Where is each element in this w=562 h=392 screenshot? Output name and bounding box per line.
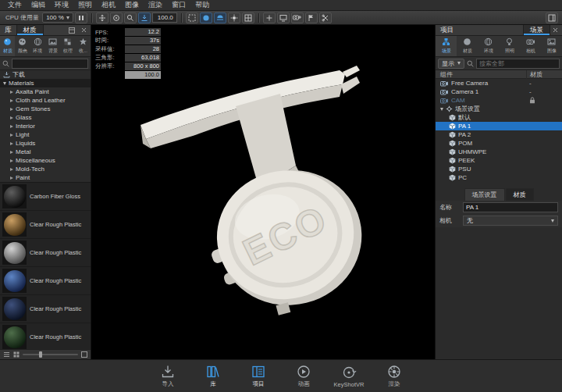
scene-item-scene-settings[interactable]: 场景设置 [436,105,562,113]
library-header-tab-materials[interactable]: 材质 [16,25,44,35]
chevron-right-icon[interactable] [10,142,13,145]
project-tab-scene[interactable]: 场景 [436,36,457,56]
chevron-right-icon[interactable] [10,134,13,137]
dock-animation[interactable]: 动画 [284,364,323,388]
tab-material-props[interactable]: 材质 [506,188,534,201]
model-set-default[interactable]: 默认 [436,113,562,122]
display-filter-button[interactable]: 显示 [438,59,464,69]
pan-button[interactable] [96,12,108,23]
menu-help[interactable]: 帮助 [190,0,214,10]
add-geometry-button[interactable] [263,12,276,23]
tab-scene-settings[interactable]: 场景设置 [464,188,505,201]
chevron-right-icon[interactable] [10,99,13,102]
cut-plane-button[interactable] [319,12,332,23]
library-tree-item[interactable]: Paint [0,173,91,182]
view-presets-button[interactable] [277,12,290,23]
material-item[interactable]: Carbon Fiber Gloss [0,183,91,211]
library-tree-materials-root[interactable]: Materials [0,79,91,87]
menu-window[interactable]: 窗口 [167,0,190,10]
library-search-input[interactable] [12,59,88,69]
material-item[interactable]: Clear Rough Plastic [0,323,91,349]
chevron-right-icon[interactable] [10,108,13,111]
menu-environment[interactable]: 环境 [50,0,73,10]
slider-handle[interactable] [39,351,42,358]
menu-image[interactable]: 图像 [120,0,144,10]
library-tab-textures[interactable]: 纹理 [60,36,75,56]
chevron-right-icon[interactable] [10,159,13,162]
zoom-button[interactable] [124,12,137,23]
library-tree-item[interactable]: Metal [0,148,91,156]
material-item[interactable]: Clear Rough Plastic [0,211,91,239]
scene-item-cam-locked[interactable]: CAM [436,96,562,105]
material-item[interactable]: Clear Rough Plastic [0,267,91,295]
dock-render[interactable]: 渲染 [375,364,414,388]
environment-toggle-1[interactable] [200,12,212,23]
menu-edit[interactable]: 编辑 [27,0,50,10]
menu-render[interactable]: 渲染 [144,0,167,10]
screenshot-save-button[interactable] [138,12,151,23]
panel-layout-button[interactable] [546,12,558,23]
project-search-input[interactable] [476,59,560,69]
model-set-pa2[interactable]: PA 2 [436,130,562,139]
scene-item-camera-1[interactable]: Camera 1 - [436,87,562,96]
library-tree-item[interactable]: Cloth and Leather [0,96,91,105]
project-tab-environment[interactable]: 环境 [478,36,499,56]
library-tree-item[interactable]: Miscellaneous [0,156,91,165]
library-tab-backplates[interactable]: 背景 [45,36,60,56]
library-tab-environments[interactable]: 环境 [30,36,45,56]
library-tree-item[interactable]: Liquids [0,139,91,148]
project-header-tab-scene[interactable]: 场景 [523,25,550,35]
realtime-viewport[interactable]: FPS:12.2 时间:37s 采样值:28 三角形:63,018 分辨率:80… [91,25,435,359]
project-tab-camera[interactable]: 相机 [520,36,541,56]
menu-lighting[interactable]: 照明 [73,0,97,10]
model-set-psu[interactable]: PSU [436,165,562,173]
chevron-right-icon[interactable] [10,116,13,119]
chevron-right-icon[interactable] [10,91,13,94]
library-tree-item[interactable]: Axalta Paint [0,87,91,96]
project-tab-lighting[interactable]: 照明 [499,36,520,56]
thumbnail-view-icon[interactable] [13,351,20,358]
list-view-icon[interactable] [3,351,10,358]
camera-select[interactable]: 无 [463,216,558,226]
library-tree-item[interactable]: Interior [0,122,91,130]
dock-keyshotvr[interactable]: KeyShotVR [329,365,368,388]
model-set-peek[interactable]: PEEK [436,156,562,165]
model-set-pc[interactable]: PC [436,173,562,182]
chevron-down-icon[interactable] [440,108,443,111]
chevron-right-icon[interactable] [10,168,13,171]
grid-size-icon[interactable] [81,351,87,358]
library-tab-colors[interactable]: 颜色 [15,36,30,56]
pause-button[interactable] [75,12,87,23]
chevron-right-icon[interactable] [10,151,13,154]
library-tree-item[interactable]: Light [0,130,91,139]
add-camera-button[interactable] [291,12,304,23]
chevron-right-icon[interactable] [10,176,13,180]
brightness-field[interactable]: 100.0 [152,12,177,23]
cpu-usage-dropdown[interactable]: 100 % [42,12,73,23]
dock-panel-icon[interactable] [67,26,76,35]
library-tab-favorites[interactable]: 收... [76,36,91,56]
flag-button[interactable] [305,12,318,23]
library-tree-item[interactable]: Gem Stones [0,105,91,113]
orbit-button[interactable] [110,12,123,23]
region-render-button[interactable] [186,12,198,23]
material-item[interactable]: Clear Rough Plastic [0,239,91,267]
dock-project[interactable]: 项目 [239,364,278,388]
library-tree-item[interactable]: Mold-Tech [0,165,91,173]
project-tab-image[interactable]: 图像 [541,36,562,56]
close-icon[interactable] [550,26,560,35]
thumbnail-size-slider[interactable] [23,354,78,355]
dock-library[interactable]: 库 [194,364,233,388]
library-tree-item[interactable]: Glass [0,113,91,122]
menu-camera[interactable]: 相机 [97,0,120,10]
project-tab-material[interactable]: 材质 [457,36,478,56]
sun-sky-button[interactable] [228,12,240,23]
dock-import[interactable]: 导入 [148,364,187,388]
chevron-down-icon[interactable] [3,82,6,85]
material-item[interactable]: Clear Rough Plastic [0,295,91,323]
model-set-pa1-selected[interactable]: PA 1 [436,122,562,130]
performance-mode-button[interactable] [242,12,254,23]
library-tree-downloads[interactable]: 下载 [0,70,91,79]
library-tab-materials[interactable]: 材质 [0,36,15,56]
name-input[interactable] [463,202,558,212]
